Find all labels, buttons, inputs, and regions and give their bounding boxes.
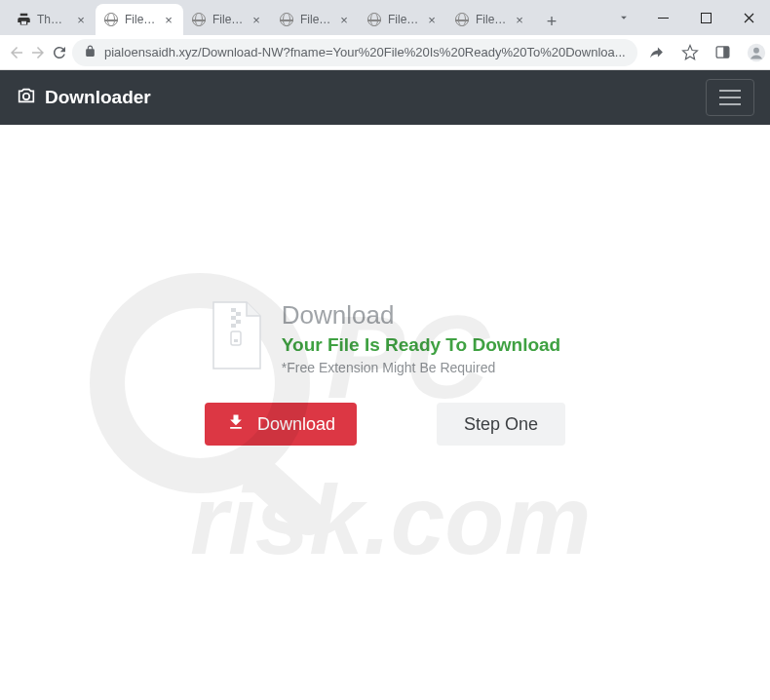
back-button[interactable] xyxy=(8,39,25,66)
close-window-button[interactable] xyxy=(727,0,770,35)
brand-text: Downloader xyxy=(45,87,151,108)
svg-rect-16 xyxy=(231,316,236,320)
globe-icon xyxy=(191,12,207,27)
tab-0[interactable]: The Pir × xyxy=(8,4,96,35)
close-icon[interactable]: × xyxy=(250,13,263,26)
close-icon[interactable]: × xyxy=(425,13,439,26)
close-icon[interactable]: × xyxy=(74,13,88,26)
camera-icon xyxy=(16,85,37,111)
tab-title: File Do xyxy=(388,13,419,26)
svg-rect-15 xyxy=(236,312,241,316)
page-navbar: Downloader xyxy=(0,70,770,125)
close-icon[interactable]: × xyxy=(337,13,351,26)
tab-title: File Do xyxy=(125,13,156,26)
address-bar[interactable]: pialoensaidh.xyz/Download-NW?fname=Your%… xyxy=(72,39,637,66)
download-button[interactable]: Download xyxy=(205,403,357,446)
download-note: *Free Extension Might Be Required xyxy=(282,360,560,375)
new-tab-button[interactable]: + xyxy=(538,8,565,35)
printer-icon xyxy=(16,12,31,27)
brand[interactable]: Downloader xyxy=(16,85,151,111)
close-icon[interactable]: × xyxy=(513,13,526,26)
watermark: PC risk.com xyxy=(83,222,687,573)
reload-button[interactable] xyxy=(51,39,68,66)
tab-1[interactable]: File Do × xyxy=(96,4,183,35)
tab-title: File Do xyxy=(300,13,331,26)
tab-title: File Do xyxy=(476,13,507,26)
bookmark-button[interactable] xyxy=(674,39,706,66)
svg-point-9 xyxy=(23,93,29,98)
svg-point-5 xyxy=(753,47,759,53)
svg-rect-14 xyxy=(231,308,236,312)
address-bar-row: pialoensaidh.xyz/Download-NW?fname=Your%… xyxy=(0,35,770,70)
tab-4[interactable]: File Do × xyxy=(359,4,446,35)
tab-5[interactable]: File Do × xyxy=(446,4,534,35)
minimize-button[interactable] xyxy=(641,0,684,35)
svg-rect-17 xyxy=(236,320,241,324)
tab-title: The Pir xyxy=(37,13,68,26)
lock-icon xyxy=(84,45,96,60)
download-button-label: Download xyxy=(257,414,335,435)
profile-button[interactable] xyxy=(741,39,770,66)
tab-3[interactable]: File Do × xyxy=(271,4,359,35)
svg-text:risk.com: risk.com xyxy=(190,465,591,573)
download-heading: Download xyxy=(282,300,560,331)
page-content: PC risk.com Download Your File Is Ready … xyxy=(0,125,770,446)
svg-rect-0 xyxy=(658,18,669,19)
svg-rect-1 xyxy=(701,13,711,22)
close-icon[interactable]: × xyxy=(162,13,175,26)
forward-button[interactable] xyxy=(29,39,47,66)
maximize-button[interactable] xyxy=(684,0,727,35)
hamburger-button[interactable] xyxy=(706,79,754,116)
tab-2[interactable]: File Do × xyxy=(183,4,271,35)
svg-rect-18 xyxy=(231,324,236,328)
svg-rect-3 xyxy=(723,47,729,58)
svg-rect-11 xyxy=(230,445,333,542)
globe-icon xyxy=(366,12,382,27)
side-panel-button[interactable] xyxy=(708,39,739,66)
download-icon xyxy=(226,412,246,437)
svg-rect-20 xyxy=(234,339,238,342)
globe-icon xyxy=(454,12,470,27)
tab-dropdown-button[interactable] xyxy=(606,0,641,35)
url-text: pialoensaidh.xyz/Download-NW?fname=Your%… xyxy=(104,45,626,59)
download-subheading: Your File Is Ready To Download xyxy=(282,334,560,356)
globe-icon xyxy=(279,12,294,27)
tab-title: File Do xyxy=(212,13,244,26)
globe-icon xyxy=(103,12,119,27)
share-button[interactable] xyxy=(641,39,673,66)
zip-file-icon xyxy=(210,300,264,370)
step-one-button[interactable]: Step One xyxy=(437,403,565,446)
step-one-label: Step One xyxy=(464,414,538,435)
